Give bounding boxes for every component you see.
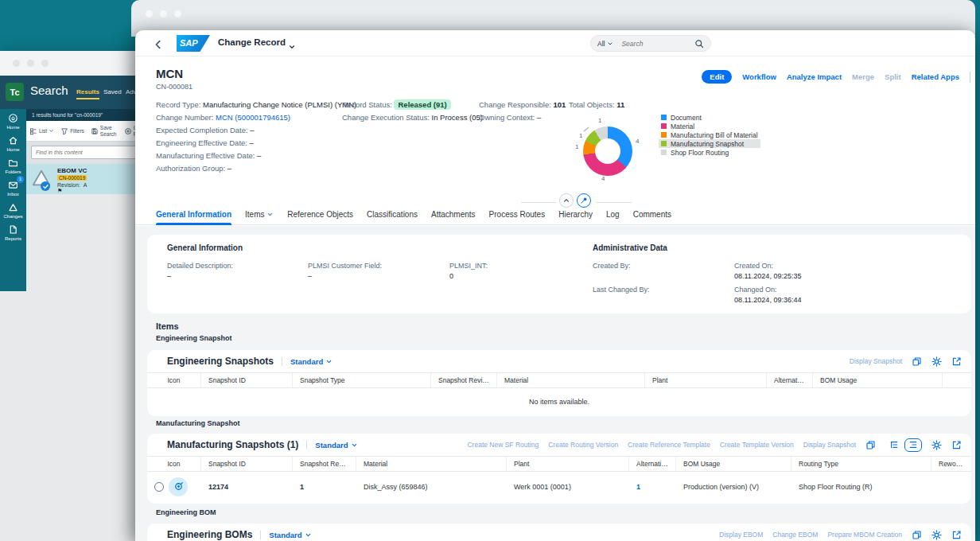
prepare-mbom-creation-button[interactable]: Prepare MBOM Creation [827, 531, 902, 539]
split-button[interactable]: Split [885, 72, 901, 81]
teamcenter-window: Tc Search Results Saved Advanced 1 resul… [0, 51, 142, 541]
tc-find-bar [26, 142, 142, 164]
tab-process-routes[interactable]: Process Routes [489, 205, 546, 225]
es-variant-selector[interactable]: Standard [282, 357, 332, 366]
search-scope-selector[interactable]: All [597, 40, 605, 48]
rail-item-home-active[interactable]: Home [0, 109, 26, 131]
tc-result-item[interactable]: EBOM VC CN-000019 Revision: A ⚑ [26, 164, 142, 194]
find-in-content-input[interactable] [31, 146, 137, 159]
ms-variant-selector[interactable]: Standard [306, 441, 357, 450]
export-icon[interactable] [951, 530, 962, 540]
ebom-variant-selector[interactable]: Standard [260, 531, 311, 539]
rail-item-home[interactable]: Home [0, 131, 26, 154]
legend-item-material[interactable]: Material [659, 122, 760, 130]
tab-comments[interactable]: Comments [633, 205, 671, 225]
change-number-link[interactable]: MCN (500001794615) [216, 113, 290, 122]
legend-item-document[interactable]: Document [659, 113, 760, 122]
ms-column-headers: Icon Snapshot ID Snapshot Revision Mater… [147, 456, 971, 472]
tc-view-selector[interactable]: List [26, 121, 57, 141]
col-icon[interactable]: Icon [147, 457, 201, 471]
settings-gear-icon[interactable] [931, 440, 942, 450]
copy-icon[interactable] [912, 356, 922, 367]
rail-item-reports[interactable]: Reports [0, 220, 26, 243]
tab-general-information[interactable]: General Information [156, 205, 231, 225]
edit-button[interactable]: Edit [702, 70, 732, 84]
export-icon[interactable] [951, 356, 962, 367]
row-radio-button[interactable] [154, 482, 164, 492]
rail-item-inbox[interactable]: 1 Inbox [0, 176, 26, 198]
related-apps-button[interactable]: Related Apps [912, 72, 959, 81]
col-snapshot-type[interactable]: Snapshot Type [293, 373, 431, 387]
col-snapshot-revision[interactable]: Snapshot Revision [293, 457, 356, 471]
tab-reference-objects[interactable]: Reference Objects [287, 205, 353, 225]
col-plant[interactable]: Plant [645, 373, 767, 387]
col-snapshot-id[interactable]: Snapshot ID [201, 457, 293, 471]
table-row[interactable]: 12174 1 Disk_Assy (659846) Werk 0001 (00… [147, 472, 971, 501]
tc-tab-saved[interactable]: Saved [103, 88, 122, 95]
legend-item-mfg-snapshot[interactable]: Manufacturing Snapshot [659, 139, 760, 148]
report-document-icon [8, 224, 18, 235]
subsection-engineering-snapshot: Engineering Snapshot [156, 334, 232, 342]
ms-display-snapshot-button[interactable]: Display Snapshot [803, 441, 856, 449]
col-bom-usage[interactable]: BOM Usage [813, 373, 943, 387]
tc-tab-results[interactable]: Results [76, 88, 99, 99]
shell-search-input[interactable] [621, 40, 694, 48]
settings-gear-icon[interactable] [931, 356, 942, 367]
create-template-version-button[interactable]: Create Template Version [720, 441, 794, 449]
col-routing-type[interactable]: Routing Type [791, 457, 931, 471]
col-snapshot-revision[interactable]: Snapshot Revision [431, 373, 497, 387]
col-bom-usage[interactable]: BOM Usage [676, 457, 791, 471]
tc-results-summary: 1 results found for "cn-000019" [26, 109, 142, 121]
es-empty-state: No items available. [147, 388, 971, 415]
export-icon[interactable] [951, 440, 962, 450]
create-new-sf-routing-button[interactable]: Create New SF Routing [467, 441, 539, 449]
tab-log[interactable]: Log [606, 205, 620, 225]
cell-routing-type: Shop Floor Routing (R) [791, 483, 931, 491]
rail-item-folders[interactable]: Folders [0, 154, 26, 176]
create-reference-template-button[interactable]: Create Reference Template [628, 441, 710, 449]
general-information-card: General Information Detailed Description… [147, 235, 971, 313]
display-ebom-button[interactable]: Display EBOM [719, 531, 763, 539]
slice-label-material: 4 [601, 175, 605, 182]
section-title-general-information: General Information [167, 243, 243, 252]
facet-mfg-effective: Manufacturing Effective Date: – [156, 150, 356, 162]
tc-filters-button[interactable]: Filters [57, 121, 88, 141]
tab-classifications[interactable]: Classifications [367, 205, 418, 225]
col-icon[interactable]: Icon [147, 373, 201, 387]
settings-gear-icon[interactable] [931, 530, 942, 540]
tab-attachments[interactable]: Attachments [431, 205, 476, 225]
shell-search-bar[interactable]: All [590, 35, 711, 52]
app-title-menu[interactable]: Change Record [218, 37, 286, 47]
rail-label: Reports [0, 236, 26, 241]
rail-item-changes[interactable]: Changes [0, 198, 26, 220]
search-icon[interactable] [694, 39, 704, 49]
col-alternative[interactable]: Alternative ... [629, 457, 676, 471]
copy-icon[interactable] [865, 440, 876, 450]
col-snapshot-id[interactable]: Snapshot ID [201, 373, 293, 387]
tree-view-button[interactable] [885, 438, 903, 452]
legend-item-mbom[interactable]: Manufacturing Bill of Material [659, 130, 760, 139]
workflow-button[interactable]: Workflow [742, 72, 776, 81]
create-routing-version-button[interactable]: Create Routing Version [548, 441, 618, 449]
col-material[interactable]: Material [497, 373, 645, 387]
legend-item-shop-floor-routing[interactable]: Shop Floor Routing [659, 148, 760, 157]
ebom-table-header: Engineering BOMs Standard Display EBOM C… [147, 523, 971, 541]
change-ebom-button[interactable]: Change EBOM [772, 531, 818, 539]
analyze-impact-button[interactable]: Analyze Impact [787, 72, 842, 81]
merge-button[interactable]: Merge [852, 72, 874, 81]
window-control-dot [41, 60, 49, 67]
tree-view-icon [889, 440, 899, 450]
sap-logo[interactable]: SAP [177, 35, 210, 52]
col-plant[interactable]: Plant [507, 457, 629, 471]
col-material[interactable]: Material [356, 457, 507, 471]
flat-view-button[interactable] [904, 438, 922, 452]
copy-icon[interactable] [912, 530, 922, 540]
col-rework-routing[interactable]: Rework Ro... [931, 457, 971, 471]
display-snapshot-button[interactable]: Display Snapshot [850, 357, 902, 365]
tab-items[interactable]: Items [245, 205, 274, 225]
tc-save-search-button[interactable]: Save Search [88, 121, 121, 141]
tab-hierarchy[interactable]: Hierarchy [558, 205, 593, 225]
cell-alternative-link[interactable]: 1 [629, 483, 676, 491]
col-alternative[interactable]: Alternative ... [767, 373, 813, 387]
back-button[interactable] [153, 37, 164, 51]
